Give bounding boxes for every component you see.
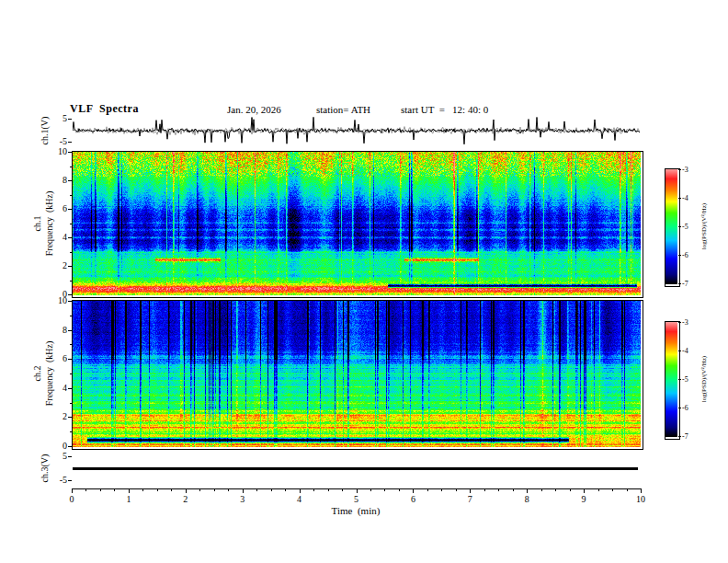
x-major-tick [584,488,585,493]
x-tick-label: 4 [290,494,309,504]
spec1-y-minor-tick [70,224,72,224]
x-minor-tick [399,488,400,491]
spec2-y-tick-label: 2 [47,411,67,421]
x-major-tick [129,488,130,493]
spec1-y-tick-label: 8 [47,175,67,185]
wave3-y-tick-label: 5 [47,451,67,461]
x-major-tick [527,488,528,493]
colorbar2-tick-label: -3 [682,318,688,327]
x-major-tick [470,488,471,493]
wave1-y-tick-label: 5 [47,113,67,123]
spec2-y-minor-tick [70,316,72,316]
colorbar2-tick [678,436,681,437]
wave1-y-tick [68,142,72,143]
colorbar2-label: log(PSD)/(V²/Hz) [700,356,708,402]
spec1-y-tick-label: 2 [47,260,67,270]
x-minor-tick [513,488,514,491]
colorbar2-tick [678,350,681,351]
spec1-y-tick [68,180,72,181]
colorbar1-tick [678,255,681,256]
wave1-y-tick [68,119,72,120]
spec2-y-tick [68,301,72,302]
x-minor-tick [370,488,371,491]
spec1-y-minor-tick [70,281,72,282]
colorbar1-tick-label: -6 [682,251,688,259]
x-minor-tick [256,488,257,491]
colorbar2-tick-label: -5 [682,375,688,384]
wave3-y-tick [68,456,72,457]
colorbar2-tick [678,379,681,380]
x-major-tick [186,488,187,493]
spec2-y-tick [68,388,72,389]
spec2-y-tick-label: 8 [47,325,67,335]
spec2-y-minor-tick [70,431,72,432]
x-minor-tick [271,488,272,491]
start-ut-label: start UT = 12: 40: 0 [401,104,488,115]
ch1-waveform-canvas [73,116,641,145]
x-minor-tick [427,488,428,491]
ch3-waveform-canvas [73,449,641,488]
wave1-y-tick-label: -5 [47,136,67,146]
ch1-spectrogram-channel-label: ch.1 [32,216,42,232]
x-tick-label: 7 [461,494,479,504]
colorbar2-tick-label: -4 [682,347,688,355]
x-minor-tick [142,488,143,491]
spec2-y-tick-label: 10 [47,295,67,305]
colorbar1-tick [678,283,681,284]
spec2-y-tick [68,359,72,360]
x-minor-tick [328,488,329,491]
x-tick-label: 3 [233,494,252,504]
colorbar1-tick-label: -4 [682,194,688,202]
x-minor-tick [157,488,158,491]
x-tick-label: 8 [518,494,536,504]
spec2-y-tick-label: 0 [47,441,67,451]
colorbar1-tick-label: -5 [682,223,688,231]
spec2-y-minor-tick [70,344,72,345]
x-tick-label: 2 [176,494,195,504]
x-major-tick [413,488,414,493]
time-axis-label: Time (min) [310,505,402,516]
x-tick-label: 10 [631,494,650,504]
x-major-tick [243,488,244,493]
colorbar1-tick [678,226,681,227]
x-tick-label: 6 [404,494,422,504]
colorbar1-tick [678,169,681,170]
ch1-spectrogram-ylabel: Frequency (kHz) [44,191,54,257]
x-minor-tick [598,488,599,491]
x-major-tick [357,488,358,493]
x-minor-tick [555,488,556,491]
spec1-y-minor-tick [70,167,72,167]
x-minor-tick [313,488,314,491]
x-major-tick [641,488,642,493]
colorbar2-tick [678,408,681,408]
ch2-spectrogram-ylabel: Frequency (kHz) [44,341,54,407]
spec2-y-tick [68,446,72,447]
colorbar2-tick-label: -6 [682,404,688,412]
x-minor-tick [228,488,229,491]
x-tick-label: 9 [574,494,593,504]
x-minor-tick [342,488,343,491]
colorbar1-tick [678,198,681,199]
spec2-y-tick-label: 4 [47,383,67,393]
spec2-y-tick [68,417,72,418]
x-minor-tick [199,488,200,491]
x-minor-tick [100,488,101,491]
colorbar2-tick-label: -7 [682,432,688,441]
spec1-y-tick-label: 6 [47,203,67,213]
colorbar1-label: log(PSD)/(V²/Hz) [700,203,708,249]
spec1-y-tick [68,237,72,238]
x-minor-tick [441,488,442,491]
spec1-y-minor-tick [70,195,72,196]
x-minor-tick [627,488,628,491]
x-minor-tick [285,488,286,491]
x-tick-label: 5 [347,494,366,504]
wave3-y-tick [68,480,72,481]
spec1-y-tick [68,209,72,210]
x-tick-label: 1 [119,494,138,504]
vlf-spectra-plot: VLF Spectra Jan. 20, 2026 station= ATH s… [0,0,728,563]
spec1-y-tick-label: 10 [47,146,67,156]
spec2-y-minor-tick [70,373,72,374]
colorbar1-tick-label: -3 [682,166,688,174]
ch2-spectrogram-channel-label: ch.2 [32,366,42,382]
wave3-y-tick-label: -5 [47,475,67,485]
